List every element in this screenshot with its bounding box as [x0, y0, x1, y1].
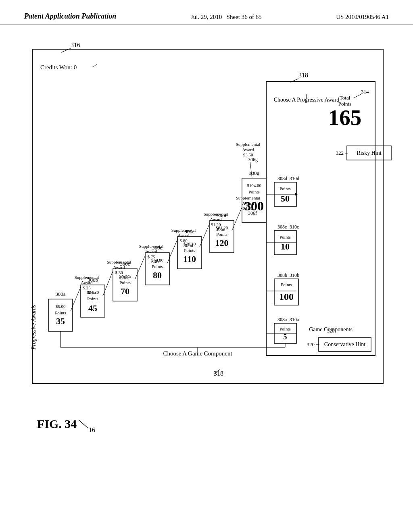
credits-won-label: Credits Won: 0: [40, 64, 77, 71]
progressive-awards-label: Progressive Awards: [31, 305, 37, 350]
svg-text:300: 300: [244, 199, 264, 213]
svg-text:110: 110: [183, 254, 196, 264]
svg-text:Points: Points: [280, 186, 291, 191]
svg-text:Points: Points: [119, 280, 131, 285]
svg-text:308a: 308a: [277, 317, 287, 322]
page-header: Patent Application Publication Jul. 29, …: [0, 0, 413, 25]
svg-text:300e: 300e: [184, 229, 195, 235]
svg-text:45: 45: [88, 303, 97, 313]
figure-label: FIG. 34: [37, 417, 77, 430]
svg-text:Points: Points: [280, 326, 291, 331]
svg-text:Points: Points: [87, 296, 98, 301]
ref-16: 16: [89, 426, 95, 433]
publication-date-sheet: Jul. 29, 2010 Sheet 36 of 65: [191, 12, 262, 21]
svg-line-32: [135, 256, 145, 279]
risky-hint-label: Risky Hint: [357, 150, 381, 156]
svg-line-111: [79, 420, 88, 428]
publication-title: Patent Application Publication: [24, 12, 116, 21]
svg-text:Award: Award: [242, 147, 254, 152]
svg-text:5: 5: [284, 333, 287, 341]
svg-line-2: [92, 64, 97, 67]
svg-text:$40.75: $40.75: [119, 274, 131, 278]
svg-text:Points: Points: [281, 282, 292, 287]
svg-text:Points: Points: [55, 310, 66, 315]
sheet-info: Sheet 36 of 65: [227, 14, 262, 20]
svg-text:50: 50: [281, 193, 290, 204]
svg-text:Points: Points: [216, 232, 227, 237]
publication-number: US 2010/0190546 A1: [336, 12, 389, 21]
svg-text:300f: 300f: [217, 212, 227, 218]
svg-text:310c: 310c: [290, 224, 299, 230]
svg-text:310d: 310d: [290, 176, 299, 181]
svg-text:Points: Points: [184, 248, 195, 253]
svg-line-22: [103, 271, 113, 296]
svg-line-52: [200, 223, 210, 247]
svg-text:308c: 308c: [277, 224, 287, 230]
svg-line-62: [232, 207, 242, 231]
svg-text:$76.20: $76.20: [184, 241, 196, 246]
patent-diagram-svg: 316 Credits Won: 0 Progressive Awards $5…: [0, 25, 413, 488]
svg-text:300b: 300b: [88, 277, 98, 283]
svg-text:Points: Points: [280, 235, 291, 239]
svg-text:Points: Points: [152, 264, 163, 269]
svg-text:300c: 300c: [120, 261, 130, 267]
svg-text:$81.20: $81.20: [216, 225, 228, 230]
svg-text:$40.80: $40.80: [151, 258, 164, 262]
total-points-value: 165: [328, 105, 362, 130]
svg-text:80: 80: [153, 270, 162, 280]
svg-text:300g: 300g: [249, 170, 260, 176]
svg-text:$21.30: $21.30: [87, 290, 99, 295]
conservative-hint-label: Conservative Hint: [324, 341, 365, 347]
ref-320-label: 320: [307, 341, 315, 347]
svg-text:$5.00: $5.00: [56, 304, 66, 309]
svg-text:310b: 310b: [290, 272, 299, 278]
svg-text:Points: Points: [248, 189, 260, 194]
ref-314: 314: [361, 89, 369, 95]
svg-text:310a: 310a: [290, 317, 299, 322]
svg-text:300d: 300d: [152, 245, 163, 251]
svg-text:70: 70: [121, 286, 129, 296]
diagram-area: 316 Credits Won: 0 Progressive Awards $5…: [0, 25, 413, 488]
svg-text:306g: 306g: [248, 157, 258, 162]
svg-text:300a: 300a: [55, 291, 66, 297]
svg-text:308b: 308b: [277, 272, 287, 278]
svg-text:Supplemental: Supplemental: [236, 142, 261, 147]
publication-date: Jul. 29, 2010: [191, 14, 222, 20]
svg-text:35: 35: [56, 316, 65, 326]
svg-line-42: [167, 239, 177, 263]
svg-text:320: 320: [327, 328, 334, 334]
ref-318-top: 318: [298, 72, 308, 79]
ref-322-label: 322: [336, 150, 344, 156]
total-points-label: Total: [340, 95, 350, 101]
ref-318-bottom: 318: [214, 370, 223, 377]
svg-text:308d: 308d: [277, 176, 287, 181]
svg-text:$104.00: $104.00: [247, 183, 261, 188]
svg-text:120: 120: [215, 238, 229, 248]
ref-316: 316: [71, 42, 80, 48]
svg-text:10: 10: [281, 241, 290, 251]
svg-text:100: 100: [279, 291, 294, 302]
svg-line-77: [353, 94, 361, 98]
